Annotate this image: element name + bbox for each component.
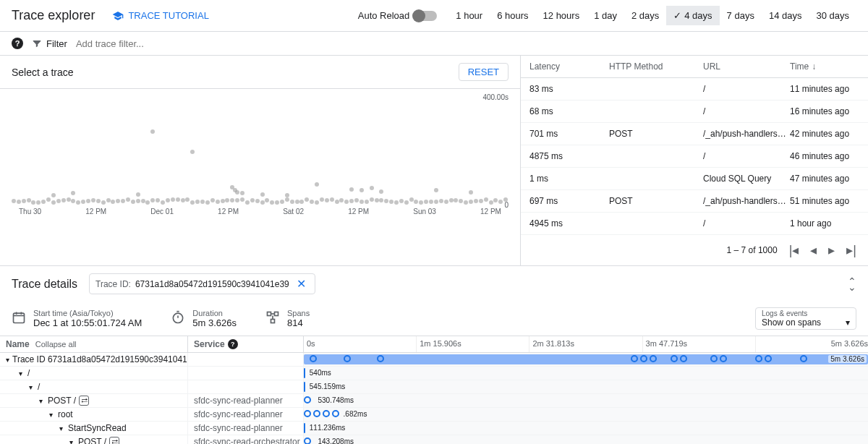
timeline-tick: 1m 15.906s: [416, 336, 529, 352]
collapse-all-button[interactable]: Collapse all: [35, 340, 77, 349]
chevron-down-icon[interactable]: ▾: [67, 438, 75, 445]
x-tick: Sat 02: [283, 208, 304, 215]
logs-events-select[interactable]: Logs & events Show on spans▾: [755, 307, 856, 330]
filter-button[interactable]: Filter: [32, 38, 67, 49]
timeline-tick: 2m 31.813s: [529, 336, 642, 352]
chevron-down-icon[interactable]: ▾: [26, 383, 35, 391]
x-tick: Dec 01: [150, 208, 174, 215]
x-tick: 12 PM: [218, 208, 239, 215]
stopwatch-icon: [171, 310, 185, 327]
scatter-point[interactable]: [469, 190, 473, 195]
x-tick: Sun 03: [413, 208, 436, 215]
scatter-point[interactable]: [136, 192, 140, 197]
autoreload-toggle[interactable]: [414, 11, 437, 21]
timerange-6hours[interactable]: 6 hours: [490, 6, 535, 25]
span-row[interactable]: ▾ /540ms: [0, 367, 868, 380]
clear-trace-id-button[interactable]: ✕: [294, 277, 309, 291]
chevron-down-icon[interactable]: ▾: [56, 424, 65, 432]
svg-rect-8: [275, 312, 278, 316]
scatter-point[interactable]: [190, 150, 195, 154]
timerange-4days[interactable]: ✓ 4 days: [666, 6, 719, 25]
trace-scatter-chart[interactable]: 400.00s 0 Thu 3012 PMDec 0112 PMSat 0212…: [0, 89, 520, 226]
timerange-1day[interactable]: 1 day: [587, 6, 624, 25]
service-help-icon[interactable]: ?: [228, 339, 238, 349]
chevron-down-icon: ▾: [846, 317, 850, 328]
link-icon: ⮂: [109, 437, 119, 444]
first-page-button[interactable]: |◂: [789, 242, 799, 258]
trace-table-header: Latency HTTP Method URL Time↓: [521, 56, 868, 78]
scatter-point[interactable]: [71, 191, 75, 195]
y-min-label: 0: [504, 201, 509, 209]
trace-row[interactable]: 68 ms/16 minutes ago: [521, 101, 868, 123]
scatter-point[interactable]: [235, 190, 239, 195]
span-row[interactable]: ▾ POST / ⮂sfdc-sync-read-planner530.748m…: [0, 394, 868, 408]
scatter-point[interactable]: [434, 188, 438, 192]
scatter-point[interactable]: [370, 186, 374, 190]
trace-row[interactable]: 1 msCloud SQL Query47 minutes ago: [521, 168, 868, 190]
chevron-down-icon[interactable]: ▾: [6, 356, 9, 364]
scatter-point[interactable]: [315, 182, 319, 187]
trace-row[interactable]: 4945 ms/1 hour ago: [521, 213, 868, 235]
timerange-7days[interactable]: 7 days: [720, 6, 762, 25]
trace-row[interactable]: 83 ms/11 minutes ago: [521, 78, 868, 101]
svg-rect-9: [271, 320, 275, 323]
filter-icon: [32, 38, 42, 48]
chevron-down-icon[interactable]: ▾: [46, 411, 55, 419]
svg-rect-7: [268, 312, 271, 316]
tutorial-link[interactable]: TRACE TUTORIAL: [112, 10, 208, 22]
trace-row[interactable]: 4875 ms/46 minutes ago: [521, 145, 868, 168]
scatter-point[interactable]: [349, 187, 354, 192]
trace-row[interactable]: 697 msPOST/_ah/push-handlers…51 minutes …: [521, 190, 868, 213]
scatter-point[interactable]: [240, 191, 244, 195]
timeline-tick: 5m 3.626s: [755, 336, 868, 352]
chevron-down-icon[interactable]: ▾: [16, 370, 25, 377]
next-page-button[interactable]: ▸: [828, 242, 835, 258]
scatter-point[interactable]: [260, 192, 265, 197]
calendar-icon: [12, 310, 26, 327]
timerange-2days[interactable]: 2 days: [624, 6, 666, 25]
x-tick: 12 PM: [348, 208, 369, 215]
x-tick: Thu 30: [19, 208, 41, 215]
scatter-point[interactable]: [359, 188, 364, 192]
scatter-point[interactable]: [379, 189, 383, 194]
autoreload-label: Auto Reload: [358, 10, 410, 21]
last-page-button[interactable]: ▸|: [846, 242, 856, 258]
scatter-point[interactable]: [150, 129, 155, 134]
graduation-cap-icon: [112, 10, 124, 22]
name-column-header: Name: [6, 339, 30, 349]
time-range-selector: 1 hour6 hours12 hours1 day2 days✓ 4 days…: [448, 6, 856, 25]
scatter-point[interactable]: [51, 193, 56, 197]
svg-rect-0: [14, 313, 25, 323]
select-trace-title: Select a trace: [12, 67, 74, 78]
trace-id-input[interactable]: Trace ID: 6731a1d8a05472d191590c3941041e…: [89, 273, 315, 294]
help-icon[interactable]: ?: [12, 38, 23, 49]
sort-desc-icon[interactable]: ↓: [812, 61, 816, 72]
span-row[interactable]: ▾ rootsfdc-sync-read-planner.682ms: [0, 408, 868, 422]
timerange-1hour[interactable]: 1 hour: [448, 6, 490, 25]
reset-button[interactable]: RESET: [459, 63, 509, 81]
timerange-14days[interactable]: 14 days: [762, 6, 809, 25]
timeline-tick: 3m 47.719s: [642, 336, 755, 352]
timerange-12hours[interactable]: 12 hours: [536, 6, 587, 25]
y-max-label: 400.00s: [482, 93, 509, 101]
span-row[interactable]: ▾ Trace ID 6731a1d8a05472d191590c3941041…: [0, 353, 868, 367]
span-row[interactable]: ▾ POST / ⮂sfdc-sync-read-orchestrator143…: [0, 435, 868, 444]
x-tick: 12 PM: [480, 208, 501, 215]
prev-page-button[interactable]: ◂: [810, 242, 817, 258]
expand-collapse-panel[interactable]: ⌃⌄: [848, 278, 856, 290]
span-row[interactable]: ▾ StartSyncReadsfdc-sync-read-planner111…: [0, 422, 868, 435]
filter-input[interactable]: [76, 38, 856, 49]
x-tick: 12 PM: [85, 208, 106, 215]
check-icon: ✓: [673, 10, 681, 21]
trace-row[interactable]: 701 msPOST/_ah/push-handlers…42 minutes …: [521, 123, 868, 145]
page-info: 1 – 7 of 1000: [727, 245, 778, 255]
page-title: Trace explorer: [12, 8, 95, 23]
service-column-header: Service: [194, 339, 225, 349]
link-icon: ⮂: [79, 396, 89, 406]
spans-icon: [265, 310, 280, 327]
trace-details-title: Trace details: [12, 278, 77, 291]
span-row[interactable]: ▾ /545.159ms: [0, 380, 868, 394]
timerange-30days[interactable]: 30 days: [809, 6, 856, 25]
chevron-down-icon[interactable]: ▾: [36, 397, 45, 405]
timeline-tick: 0s: [304, 336, 416, 352]
